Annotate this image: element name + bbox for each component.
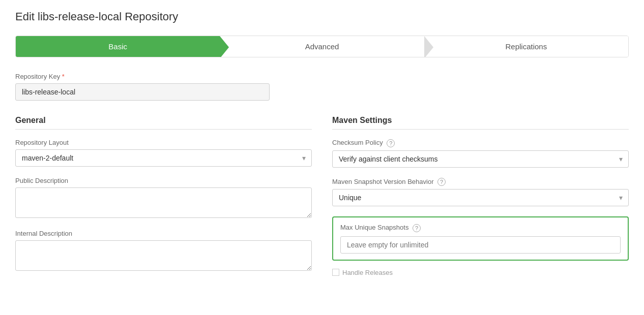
repo-layout-group: Repository Layout maven-2-default simple…: [15, 139, 312, 167]
repo-key-group: Repository Key *: [15, 73, 270, 101]
public-description-label: Public Description: [15, 177, 312, 184]
checksum-policy-help-icon[interactable]: ?: [387, 139, 395, 147]
required-star: *: [62, 73, 65, 80]
public-description-group: Public Description: [15, 177, 312, 219]
internal-description-group: Internal Description: [15, 230, 312, 272]
repo-layout-select-wrapper: maven-2-default simple-default gradle-de…: [15, 149, 312, 167]
repo-key-input[interactable]: [15, 83, 270, 101]
max-unique-snapshots-help-icon[interactable]: ?: [413, 224, 421, 232]
internal-description-input[interactable]: [15, 240, 312, 271]
checksum-policy-label: Checksum Policy ?: [332, 139, 629, 147]
tab-advanced[interactable]: Advanced: [220, 36, 424, 57]
maven-settings-section-title: Maven Settings: [332, 116, 629, 130]
handle-releases-checkbox[interactable]: [332, 269, 339, 276]
snapshot-behavior-select[interactable]: Unique Non-Unique Deployer: [332, 189, 629, 206]
form-columns: General Repository Layout maven-2-defaul…: [15, 116, 629, 282]
checksum-policy-group: Checksum Policy ? Verify against client …: [332, 139, 629, 168]
tab-replications[interactable]: Replications: [424, 36, 628, 57]
repo-key-label: Repository Key *: [15, 73, 270, 80]
handle-releases-label: Handle Releases: [342, 269, 393, 276]
max-unique-snapshots-input[interactable]: [340, 236, 621, 254]
page-title: Edit libs-release-local Repository: [15, 10, 629, 23]
wizard-steps: Basic Advanced Replications: [15, 36, 629, 57]
max-unique-snapshots-label: Max Unique Snapshots ?: [340, 224, 621, 232]
snapshot-behavior-select-wrapper: Unique Non-Unique Deployer ▾: [332, 189, 629, 206]
tab-basic[interactable]: Basic: [16, 36, 220, 57]
snapshot-behavior-label: Maven Snapshot Version Behavior ?: [332, 178, 629, 186]
snapshot-behavior-help-icon[interactable]: ?: [437, 178, 446, 186]
checksum-policy-select-wrapper: Verify against client checksums Generate…: [332, 150, 629, 168]
general-section: General Repository Layout maven-2-defaul…: [15, 116, 312, 282]
snapshot-behavior-group: Maven Snapshot Version Behavior ? Unique…: [332, 178, 629, 207]
checksum-policy-select[interactable]: Verify against client checksums Generate…: [332, 150, 629, 168]
handle-releases-hint: Handle Releases: [332, 269, 629, 276]
maven-settings-section: Maven Settings Checksum Policy ? Verify …: [332, 116, 629, 282]
public-description-input[interactable]: [15, 187, 312, 218]
max-unique-snapshots-section: Max Unique Snapshots ?: [332, 216, 629, 261]
page-container: Edit libs-release-local Repository Basic…: [0, 0, 644, 293]
general-section-title: General: [15, 116, 312, 130]
repo-layout-select[interactable]: maven-2-default simple-default gradle-de…: [15, 149, 312, 167]
internal-description-label: Internal Description: [15, 230, 312, 237]
repo-layout-label: Repository Layout: [15, 139, 312, 146]
